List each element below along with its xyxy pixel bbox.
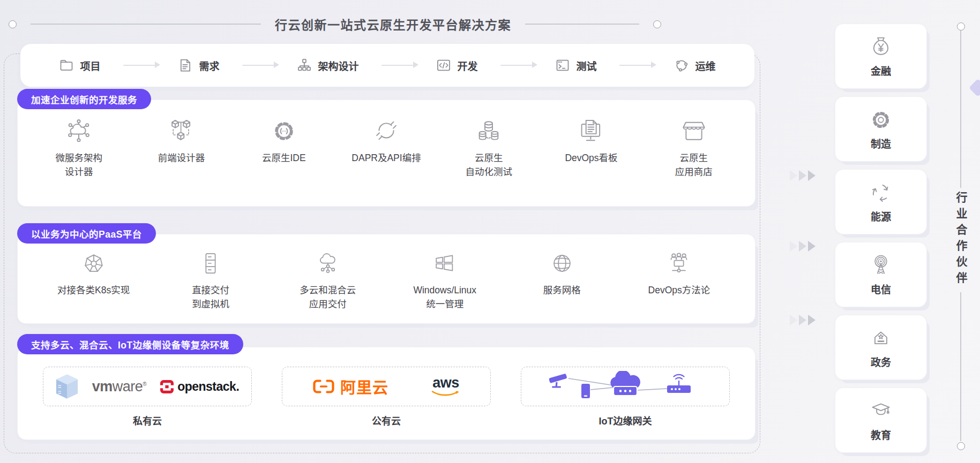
flow-arrow-icon: [242, 65, 274, 66]
industry-label: 政务: [871, 354, 891, 369]
industry-card-government: 政务: [835, 315, 927, 380]
service-label: 多云和混合云: [300, 283, 356, 297]
service-label: 设计器: [65, 165, 93, 179]
service-label: 服务网格: [543, 283, 581, 297]
devops-board-icon: [578, 117, 605, 145]
service-label: 自动化测试: [466, 165, 513, 179]
workflow-step-requirements: 需求: [178, 58, 219, 73]
aws-logo: aws: [431, 376, 460, 396]
workflow-step-label: 测试: [576, 58, 596, 73]
industry-card-education: 教育: [835, 388, 927, 453]
industry-card-manufacturing: 制造: [835, 96, 927, 162]
service-label: 云原生IDE: [262, 151, 306, 165]
section-badge-dev-services: 加速企业创新的开发服务: [17, 89, 151, 109]
workflow-step-label: 需求: [199, 58, 219, 73]
workflow-bar: 项目 需求 架构设计 开发 测试: [20, 44, 754, 87]
service-label: 统一管理: [426, 297, 463, 311]
devops-team-icon: [667, 251, 691, 276]
cloud-native-ide-icon: [270, 117, 298, 145]
signal-tower-icon: [869, 254, 893, 277]
frontend-designer-icon: [168, 117, 196, 145]
service-label: Windows/Linux: [413, 283, 476, 297]
iot-devices-icon: [545, 371, 706, 402]
env-group-label: 私有云: [133, 413, 162, 427]
title-rule-right: [525, 24, 639, 25]
service-item: 云原生 自动化测试: [441, 116, 536, 179]
service-label: 对接各类K8s实现: [57, 283, 130, 297]
partners-vertical-label: 行业合作伙伴: [953, 192, 969, 288]
money-bag-icon: [869, 35, 893, 59]
hierarchy-icon: [297, 58, 312, 73]
page-title: 行云创新一站式云原生开发平台解决方案: [275, 15, 511, 33]
workflow-step-operations: 运维: [674, 58, 715, 73]
service-label: 云原生: [475, 151, 503, 165]
openstack-logo: openstack.: [160, 379, 239, 394]
service-item: 直接交付 到虚拟机: [163, 248, 258, 312]
rail-end-dot: [957, 22, 965, 31]
service-label: 应用商店: [675, 165, 713, 179]
env-group-private-cloud: vmware® openstack. 私有云: [43, 367, 252, 439]
workflow-step-project: 项目: [59, 58, 100, 73]
cloud-native-appstore-icon: [680, 117, 708, 145]
forward-arrows-icon: [790, 170, 816, 181]
flow-arrow-icon: [619, 65, 652, 66]
service-label: DevOps看板: [565, 151, 617, 165]
service-item: 云原生 应用商店: [646, 116, 742, 179]
rail-line: [960, 292, 961, 441]
workflow-step-testing: 测试: [555, 58, 596, 73]
private-cloud-logo-box: vmware® openstack.: [43, 367, 252, 406]
env-group-public-cloud: 阿里云 aws 公有云: [282, 367, 491, 439]
service-item: DAPR及API编排: [339, 116, 434, 165]
industry-label: 电信: [871, 282, 891, 296]
flow-arrow-icon: [381, 65, 414, 66]
windows-linux-icon: [432, 251, 457, 276]
service-label: 云原生: [680, 151, 708, 165]
flow-arrow-icon: [500, 65, 533, 66]
service-item: 服务网格: [514, 248, 610, 297]
alibaba-cloud-mark-icon: [312, 379, 335, 394]
rail-end-dot: [957, 442, 965, 450]
openstack-mark-icon: [160, 380, 174, 393]
industry-label: 金融: [871, 63, 891, 78]
industry-label: 能源: [871, 209, 891, 223]
dapr-api-orchestration-icon: [372, 117, 400, 145]
workflow-step-label: 运维: [695, 58, 715, 73]
service-item: DevOps看板: [544, 116, 639, 165]
industry-card-finance: 金融: [835, 24, 927, 89]
cloud-native-testing-icon: [475, 117, 503, 145]
public-cloud-logo-box: 阿里云 aws: [282, 367, 491, 406]
service-label: 直接交付: [192, 283, 229, 297]
service-label: 应用交付: [309, 297, 347, 311]
service-item: 多云和混合云 应用交付: [280, 248, 376, 312]
header: 行云创新一站式云原生开发平台解决方案: [9, 15, 661, 33]
kubernetes-icon: [81, 251, 106, 276]
workflow-step-label: 架构设计: [318, 58, 358, 73]
service-item: 前端设计器: [134, 116, 229, 165]
multicloud-delivery-icon: [316, 251, 340, 276]
env-group-label: IoT边缘网关: [599, 413, 652, 427]
env-group-iot-gateway: IoT边缘网关: [521, 367, 730, 439]
virtual-machine-cube-icon: [56, 374, 78, 399]
document-icon: [178, 58, 193, 73]
service-label: 前端设计器: [158, 151, 205, 165]
forward-arrows-icon: [790, 315, 816, 325]
service-item: Windows/Linux 统一管理: [397, 248, 492, 312]
terminal-icon: [555, 58, 570, 73]
service-label: 到虚拟机: [192, 297, 229, 311]
server-rack-icon: [198, 251, 223, 276]
panel-dev-services: 微服务架构 设计器 前端设计器 云原生IDE DAPR及API编排: [17, 100, 755, 207]
service-item: 云原生IDE: [236, 116, 332, 165]
workflow-step-development: 开发: [436, 58, 477, 73]
workflow-step-label: 开发: [457, 58, 477, 73]
alibaba-cloud-logo: 阿里云: [312, 375, 388, 398]
line-end-dot: [9, 20, 17, 28]
service-label: DevOps方法论: [648, 283, 710, 297]
line-end-dot: [653, 20, 661, 28]
service-mesh-globe-icon: [550, 251, 574, 276]
microservice-architecture-icon: [65, 117, 93, 145]
panel-paas: 对接各类K8s实现 直接交付 到虚拟机 多云和混合云 应用交付 Windows/…: [17, 234, 755, 324]
section-badge-paas: 以业务为中心的PaaS平台: [17, 223, 156, 244]
decor-diamond: [969, 79, 980, 97]
iot-gateway-logo-box: [521, 367, 730, 406]
flow-arrow-icon: [123, 65, 155, 66]
